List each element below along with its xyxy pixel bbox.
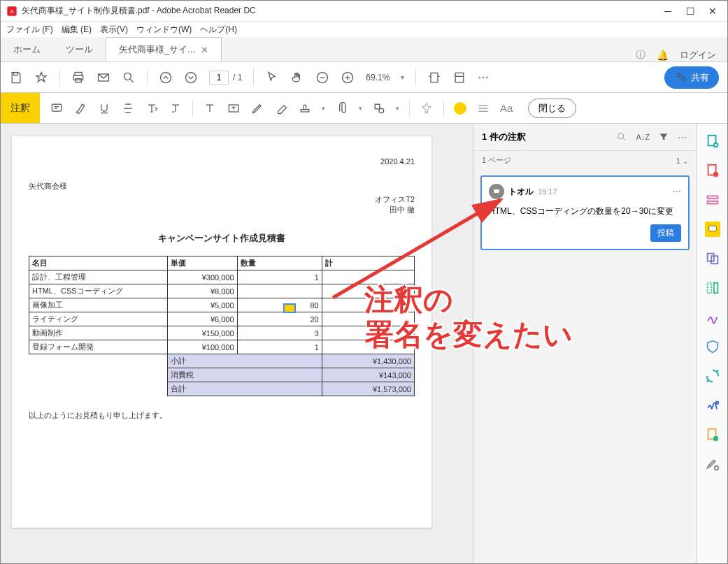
doc-sender: オフィスT2 [29, 194, 415, 205]
protect-icon[interactable] [705, 339, 720, 354]
shapes-icon[interactable] [372, 101, 386, 115]
menu-bar: ファイル (F) 編集 (E) 表示(V) ウィンドウ(W) ヘルプ(H) [1, 22, 727, 37]
print-icon[interactable] [71, 71, 85, 85]
mail-icon[interactable] [97, 71, 110, 85]
search-icon[interactable] [122, 71, 136, 85]
comment-more-icon[interactable]: ⋯ [673, 187, 681, 196]
insert-text-icon[interactable] [145, 101, 159, 115]
page-indicator: 1 ページ [482, 155, 511, 166]
svg-rect-13 [456, 73, 464, 82]
compress-icon[interactable] [705, 280, 720, 296]
tab-document[interactable]: 矢代商事様_サイ... ✕ [106, 37, 222, 62]
login-link[interactable]: ログイン [680, 49, 716, 62]
th-unit: 単価 [168, 256, 237, 270]
hand-icon[interactable] [290, 71, 304, 85]
maximize-button[interactable]: ☐ [685, 6, 695, 17]
th-item: 名目 [29, 256, 168, 270]
post-button[interactable]: 投稿 [650, 224, 681, 242]
more-tools-icon[interactable] [705, 456, 720, 472]
create-pdf-icon[interactable] [705, 133, 720, 149]
strikethrough-icon[interactable] [121, 101, 135, 115]
menu-file[interactable]: ファイル (F) [6, 24, 53, 36]
tab-tools[interactable]: ツール [53, 38, 106, 62]
underline-icon[interactable] [97, 101, 111, 115]
comments-count: 1 件の注釈 [482, 131, 608, 143]
zoom-out-icon[interactable] [315, 71, 329, 85]
svg-rect-19 [375, 104, 380, 109]
page-controls: / 1 [209, 71, 242, 85]
menu-window[interactable]: ウィンドウ(W) [136, 24, 192, 36]
menu-edit[interactable]: 編集 (E) [62, 24, 92, 36]
replace-text-icon[interactable] [169, 101, 183, 115]
svg-point-36 [713, 436, 718, 441]
fit-width-icon[interactable] [427, 71, 441, 85]
line-weight-icon[interactable] [476, 101, 490, 115]
svg-rect-29 [708, 226, 716, 231]
more-comments-icon[interactable]: ⋯ [678, 132, 688, 143]
signature-icon[interactable] [705, 398, 720, 413]
annotation-marker[interactable] [283, 303, 296, 313]
tab-close-icon[interactable]: ✕ [201, 45, 208, 55]
doc-title: キャンペーンサイト作成見積書 [29, 232, 415, 245]
bell-icon[interactable]: 🔔 [657, 50, 669, 61]
chevron-down-icon[interactable]: ⌄ [683, 157, 688, 165]
organize-icon[interactable] [705, 427, 720, 442]
close-window-button[interactable]: ✕ [708, 6, 718, 17]
page-up-icon[interactable] [159, 71, 173, 85]
sticky-note-icon[interactable] [50, 101, 64, 115]
font-size-icon[interactable]: Aa [500, 102, 513, 114]
filter-icon[interactable] [658, 131, 669, 143]
svg-point-8 [161, 72, 171, 82]
th-qty: 数量 [237, 256, 322, 270]
document-page: 2020.4.21 矢代商会様 オフィスT2 田中 徹 キャンペーンサイト作成見… [12, 136, 431, 528]
edit-pdf-icon[interactable] [705, 192, 720, 208]
text-tool-icon[interactable] [203, 101, 217, 115]
zoom-in-icon[interactable] [341, 71, 355, 85]
menu-help[interactable]: ヘルプ(H) [200, 24, 237, 36]
search-comments-icon[interactable] [616, 131, 627, 143]
table-row: HTML、CSSコーディング¥8,000 [29, 284, 415, 298]
more-icon[interactable]: ⋯ [478, 71, 490, 84]
page-down-icon[interactable] [184, 71, 198, 85]
svg-rect-28 [707, 201, 718, 204]
attach-dropdown-icon[interactable]: ▾ [359, 105, 362, 112]
color-picker[interactable] [454, 102, 466, 115]
annotation-toolbar: 注釈 ▾ ▾ ▾ Aa 閉じる [1, 93, 727, 124]
page-current-input[interactable] [209, 71, 229, 85]
star-icon[interactable] [34, 71, 48, 85]
eraser-icon[interactable] [274, 101, 288, 115]
zoom-dropdown-icon[interactable]: ▾ [401, 73, 404, 81]
sign-icon[interactable] [705, 310, 720, 325]
minimize-button[interactable]: ─ [663, 6, 673, 17]
sort-icon[interactable]: A↓Z [636, 133, 650, 141]
share-button[interactable]: 共有 [664, 66, 719, 89]
menu-view[interactable]: 表示(V) [100, 24, 128, 36]
page-view-icon[interactable] [452, 71, 466, 85]
right-tool-rail [697, 124, 727, 564]
pointer-icon[interactable] [265, 71, 279, 85]
comment-avatar [489, 184, 504, 199]
comment-tool-icon[interactable] [705, 222, 720, 237]
document-area[interactable]: 2020.4.21 矢代商会様 オフィスT2 田中 徹 キャンペーンサイト作成見… [1, 124, 473, 564]
save-icon[interactable] [9, 71, 23, 85]
shapes-dropdown-icon[interactable]: ▾ [396, 105, 399, 112]
stamp-dropdown-icon[interactable]: ▾ [322, 105, 325, 112]
zoom-level[interactable]: 69.1% [366, 73, 390, 82]
app-icon: A [6, 6, 17, 17]
close-annobar-button[interactable]: 閉じる [528, 99, 576, 118]
tab-home[interactable]: ホーム [1, 38, 53, 62]
combine-icon[interactable] [705, 251, 720, 266]
pencil-icon[interactable] [250, 101, 264, 115]
table-row: 設計、工程管理¥300,0001 [29, 270, 415, 284]
help-icon[interactable]: ⓘ [636, 49, 645, 62]
stamp-icon[interactable] [298, 101, 312, 115]
highlight-icon[interactable] [73, 101, 87, 115]
comment-card[interactable]: トオル 19:17 ⋯ HTML、CSSコーディングの数量を20→30に変更 投… [480, 175, 690, 250]
convert-icon[interactable] [705, 368, 720, 384]
attach-icon[interactable] [335, 101, 349, 115]
svg-rect-32 [707, 283, 711, 294]
export-pdf-icon[interactable] [705, 163, 720, 178]
text-box-icon[interactable] [227, 101, 241, 115]
doc-date: 2020.4.21 [29, 157, 415, 166]
pin-icon[interactable] [420, 101, 434, 115]
